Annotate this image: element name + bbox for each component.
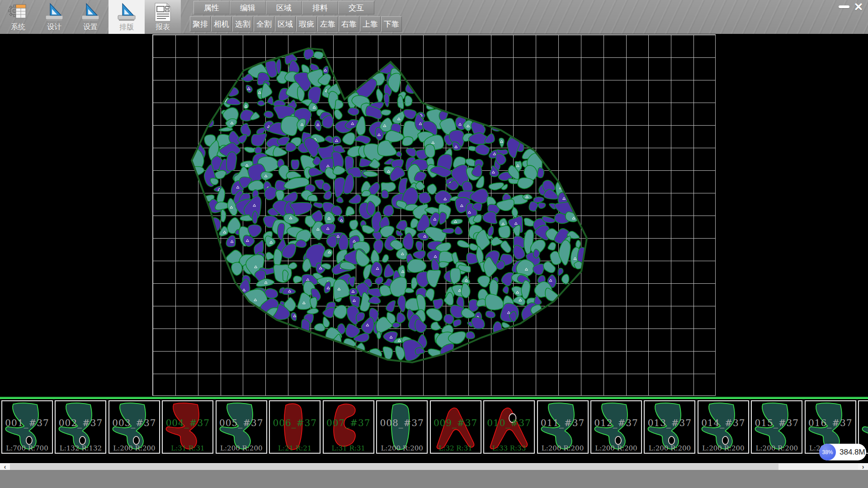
- nested-piece[interactable]: [485, 134, 495, 144]
- nested-piece[interactable]: [435, 190, 452, 203]
- nested-piece[interactable]: [381, 110, 391, 115]
- nested-piece[interactable]: [382, 254, 388, 262]
- menu-attributes[interactable]: 属性: [193, 1, 230, 14]
- nested-piece[interactable]: [265, 236, 275, 247]
- tool-select-cut[interactable]: 选割: [232, 16, 253, 32]
- nested-piece[interactable]: [396, 151, 401, 157]
- nested-piece[interactable]: [335, 100, 343, 110]
- nested-piece[interactable]: [405, 96, 412, 106]
- nested-piece[interactable]: [324, 191, 331, 199]
- nested-piece[interactable]: [407, 259, 426, 273]
- nested-piece[interactable]: [439, 212, 447, 224]
- nested-piece[interactable]: [343, 174, 354, 194]
- part-thumbnail[interactable]: 003_#37L:200 R:200: [108, 400, 160, 454]
- nested-piece[interactable]: [291, 160, 299, 169]
- nested-piece[interactable]: [425, 144, 435, 157]
- tool-defect[interactable]: 瑕疵: [296, 16, 317, 32]
- nested-piece[interactable]: [226, 152, 237, 171]
- scroll-right-arrow[interactable]: ›: [858, 464, 868, 470]
- nested-piece[interactable]: [308, 195, 317, 201]
- nested-piece[interactable]: [427, 270, 441, 287]
- menu-edit[interactable]: 编辑: [230, 1, 266, 14]
- nested-piece[interactable]: [493, 322, 502, 338]
- nested-piece[interactable]: [349, 220, 358, 230]
- nested-piece[interactable]: [349, 277, 355, 286]
- nested-piece[interactable]: [231, 263, 242, 276]
- tool-align-bottom[interactable]: 下靠: [381, 16, 402, 32]
- nested-piece[interactable]: [478, 276, 490, 287]
- tool-cut-all[interactable]: 全割: [254, 16, 274, 32]
- nested-piece[interactable]: [425, 289, 434, 301]
- nested-piece[interactable]: [323, 183, 330, 192]
- nested-piece[interactable]: [337, 197, 343, 203]
- nested-piece[interactable]: [349, 194, 361, 204]
- tool-align-right[interactable]: 右靠: [339, 16, 359, 32]
- nested-piece[interactable]: [392, 323, 401, 328]
- part-thumbnail[interactable]: 011_#37L:200 R:200: [537, 400, 589, 454]
- scrollbar-thumb[interactable]: [10, 464, 778, 470]
- nested-piece[interactable]: [226, 235, 235, 247]
- nested-piece[interactable]: [267, 97, 273, 105]
- nested-piece[interactable]: [488, 226, 493, 236]
- nested-piece[interactable]: [288, 263, 297, 269]
- nested-piece[interactable]: [386, 300, 396, 312]
- nested-piece[interactable]: [461, 283, 470, 298]
- menu-region[interactable]: 区域: [266, 1, 302, 14]
- nested-piece[interactable]: [406, 148, 416, 156]
- nested-piece[interactable]: [384, 264, 394, 277]
- minimize-button[interactable]: [837, 1, 851, 13]
- part-thumbnail[interactable]: 014_#37L:200 R:200: [698, 400, 749, 454]
- nested-piece[interactable]: [382, 190, 388, 198]
- nested-piece[interactable]: [455, 226, 462, 234]
- nested-piece[interactable]: [397, 313, 406, 323]
- nested-piece[interactable]: [499, 225, 510, 238]
- nested-piece[interactable]: [512, 207, 518, 218]
- nested-piece[interactable]: [439, 262, 448, 267]
- nested-piece[interactable]: [433, 299, 443, 309]
- nested-piece[interactable]: [251, 133, 267, 146]
- tool-region[interactable]: 区域: [275, 16, 296, 32]
- nested-piece[interactable]: [356, 117, 365, 135]
- progress-badge[interactable]: 38% 384.8M: [819, 444, 866, 460]
- nested-piece[interactable]: [415, 319, 427, 333]
- nested-piece[interactable]: [283, 270, 288, 281]
- nested-piece[interactable]: [368, 296, 381, 304]
- part-thumbnail[interactable]: 005_#37L:200 R:200: [216, 400, 267, 454]
- nested-piece[interactable]: [483, 211, 497, 224]
- nested-piece[interactable]: [323, 317, 330, 327]
- part-thumbnail[interactable]: 009_#37L:32 R:31: [430, 400, 481, 454]
- nested-piece[interactable]: [349, 288, 358, 296]
- nested-piece[interactable]: [215, 170, 226, 179]
- nested-piece[interactable]: [485, 294, 504, 310]
- nested-piece[interactable]: [221, 209, 226, 222]
- nested-piece[interactable]: [538, 168, 544, 178]
- nested-piece[interactable]: [392, 111, 405, 124]
- tool-align-top[interactable]: 上靠: [360, 16, 381, 32]
- nested-piece[interactable]: [356, 313, 365, 322]
- tab-nesting[interactable]: 排版: [108, 0, 145, 34]
- nested-piece[interactable]: [503, 286, 508, 294]
- nested-piece[interactable]: [278, 223, 285, 240]
- nested-piece[interactable]: [427, 184, 436, 194]
- nested-piece[interactable]: [426, 309, 442, 321]
- tab-report[interactable]: 报表: [145, 0, 181, 34]
- nested-piece[interactable]: [396, 230, 402, 236]
- part-thumbnail[interactable]: 001_#37L:700 R:700: [1, 400, 53, 454]
- nested-piece[interactable]: [470, 189, 488, 203]
- nested-piece[interactable]: [451, 219, 462, 224]
- nested-piece[interactable]: [283, 192, 297, 202]
- nested-piece[interactable]: [377, 89, 383, 103]
- nested-piece[interactable]: [264, 111, 273, 118]
- nested-piece[interactable]: [442, 228, 454, 233]
- nested-piece[interactable]: [348, 108, 359, 115]
- nested-piece[interactable]: [475, 144, 490, 155]
- tool-align-left[interactable]: 左靠: [317, 16, 338, 32]
- nested-piece[interactable]: [219, 226, 228, 236]
- nested-piece[interactable]: [246, 85, 252, 93]
- nested-piece[interactable]: [261, 83, 272, 99]
- nested-piece[interactable]: [273, 147, 287, 156]
- tab-settings[interactable]: 设置: [72, 0, 108, 34]
- nested-piece[interactable]: [419, 192, 431, 203]
- nested-piece[interactable]: [314, 202, 323, 208]
- nested-piece[interactable]: [416, 241, 423, 251]
